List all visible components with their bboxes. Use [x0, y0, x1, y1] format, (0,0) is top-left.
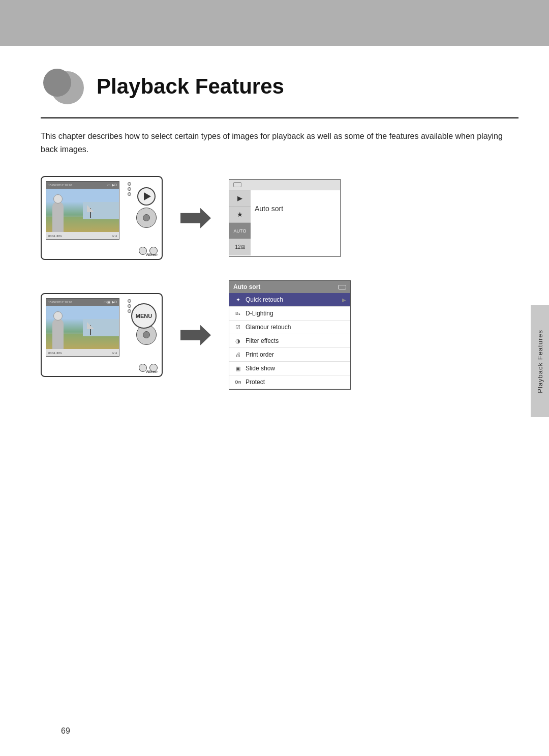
menu-item-quick-retouch[interactable]: ✦ Quick retouch ▶: [229, 293, 350, 307]
glamour-retouch-label: Glamour retouch: [246, 324, 346, 331]
play-button-1: [137, 187, 156, 206]
print-order-icon: 🖨: [233, 350, 242, 359]
auto-sort-label: Auto sort: [255, 205, 336, 213]
camera-indicators-2: ▭▣ ▶D: [104, 300, 117, 304]
camera-screen-bottom-2: 0004.JPG 4/ 4: [46, 349, 119, 357]
menu-icon-star: ★: [229, 207, 251, 223]
menu-button-label: MENU: [136, 313, 152, 319]
dpad-center-1: [143, 214, 150, 221]
camera-screen-image-1: [46, 189, 119, 232]
protect-label: Protect: [246, 379, 346, 386]
menu-screen-battery-2: [338, 285, 346, 289]
camera-small-buttons-2: [128, 299, 131, 313]
main-content: Playback Features This chapter describes…: [41, 66, 518, 390]
camera-screen-bottom-1: 0004.JPG 4/ 4: [46, 232, 119, 240]
dpad-outer-1: [136, 208, 157, 228]
small-dot-6: [128, 309, 131, 313]
diagrams-container: 15/06/2012 10:30 ▭ ▶D: [41, 176, 518, 390]
side-tab-label: Playback Features: [536, 330, 544, 393]
camera-screen-1: 15/06/2012 10:30 ▭ ▶D: [46, 181, 119, 240]
menu-item-glamour-retouch[interactable]: ☑ Glamour retouch: [229, 321, 350, 334]
glamour-retouch-icon: ☑: [233, 323, 242, 332]
menu-screen-1: ▶ ★ AUTO 12⊞ Auto sort: [229, 179, 341, 257]
side-tab: Playback Features: [531, 305, 549, 417]
camera-file-2: 0004.JPG: [48, 352, 62, 355]
camera-illustration-2: 15/06/2012 10:30 ▭▣ ▶D 0004.JPG 4/ 4: [41, 293, 163, 377]
intro-text: This chapter describes how to select cer…: [41, 130, 518, 156]
arrow-1: [178, 206, 214, 231]
circle-front: [43, 69, 71, 97]
quick-retouch-arrow: ▶: [342, 297, 346, 303]
filter-effects-label: Filter effects: [246, 337, 346, 344]
menu-icon-play: ▶: [229, 190, 251, 207]
camera-battery-1: ▭ ▶D: [107, 183, 117, 187]
menu-screen-2: Auto sort ✦ Quick retouch ▶ B₁ D-Lightin…: [229, 280, 351, 390]
menu-item-print-order[interactable]: 🖨 Print order: [229, 348, 350, 362]
title-divider: [41, 117, 518, 119]
play-triangle-1: [144, 192, 151, 200]
nikon-label-2: Nikon: [146, 369, 158, 374]
menu-icon-12: 12⊞: [229, 239, 251, 255]
menu-screen-header-2: Auto sort: [229, 281, 350, 293]
menu-items-list: ✦ Quick retouch ▶ B₁ D-Lighting ☑ Glamou…: [229, 293, 350, 389]
camera-illustration-1: 15/06/2012 10:30 ▭ ▶D: [41, 176, 163, 260]
small-dot-2: [128, 187, 131, 191]
menu-item-slide-show[interactable]: ▣ Slide show: [229, 362, 350, 375]
camera-screen-top-1: 15/06/2012 10:30 ▭ ▶D: [46, 182, 119, 189]
menu-item-protect[interactable]: On Protect: [229, 375, 350, 389]
arrow-shape-1: [180, 208, 211, 228]
d-lighting-icon: B₁: [233, 309, 242, 318]
filter-effects-icon: ◑: [233, 336, 242, 345]
menu-item-d-lighting[interactable]: B₁ D-Lighting: [229, 307, 350, 321]
small-dot-3: [128, 192, 131, 196]
camera-date-2: 15/06/2012 10:30: [48, 301, 72, 304]
menu-button[interactable]: MENU: [131, 303, 157, 329]
menu-body-1: ▶ ★ AUTO 12⊞ Auto sort: [229, 190, 340, 256]
camera-small-buttons-1: [128, 182, 131, 196]
small-dot-5: [128, 304, 131, 308]
title-section: Playback Features: [41, 66, 518, 107]
page-number: 69: [61, 726, 70, 736]
bottom-btn-1a: [139, 247, 147, 255]
menu-content-area-1: Auto sort: [251, 190, 340, 256]
camera-screen-image-2: [46, 306, 119, 349]
quick-retouch-icon: ✦: [233, 295, 242, 304]
diagram-row-2: 15/06/2012 10:30 ▭▣ ▶D 0004.JPG 4/ 4: [41, 280, 518, 390]
camera-date-1: 15/06/2012 10:30: [48, 184, 72, 187]
d-lighting-label: D-Lighting: [246, 310, 346, 317]
quick-retouch-label: Quick retouch: [246, 296, 339, 303]
arrow-shape-2: [180, 325, 211, 345]
nikon-label-1: Nikon: [146, 252, 158, 257]
camera-dpad-1: [136, 208, 157, 228]
bottom-btn-2a: [139, 364, 147, 372]
slide-show-icon: ▣: [233, 364, 242, 373]
menu-icon-auto: AUTO: [229, 223, 251, 239]
page-title: Playback Features: [97, 74, 284, 99]
small-dot-4: [128, 299, 131, 303]
diagram-row-1: 15/06/2012 10:30 ▭ ▶D: [41, 176, 518, 260]
top-banner: [0, 0, 549, 46]
title-icon: [41, 66, 86, 107]
battery-icon-1: [233, 182, 241, 187]
dpad-center-2: [143, 331, 150, 338]
camera-file-1: 0004.JPG: [48, 235, 62, 238]
arrow-2: [178, 323, 214, 348]
slide-show-label: Slide show: [246, 365, 346, 372]
protect-icon: On: [233, 377, 242, 387]
small-dot-1: [128, 182, 131, 186]
menu-item-filter-effects[interactable]: ◑ Filter effects: [229, 334, 350, 348]
menu-icons-col-1: ▶ ★ AUTO 12⊞: [229, 190, 251, 255]
print-order-label: Print order: [246, 351, 346, 358]
camera-screen-2: 15/06/2012 10:30 ▭▣ ▶D 0004.JPG 4/ 4: [46, 298, 119, 357]
menu-screen-header-1: [229, 180, 340, 190]
menu-screen-title-2: Auto sort: [233, 283, 260, 290]
camera-screen-top-2: 15/06/2012 10:30 ▭▣ ▶D: [46, 299, 119, 306]
